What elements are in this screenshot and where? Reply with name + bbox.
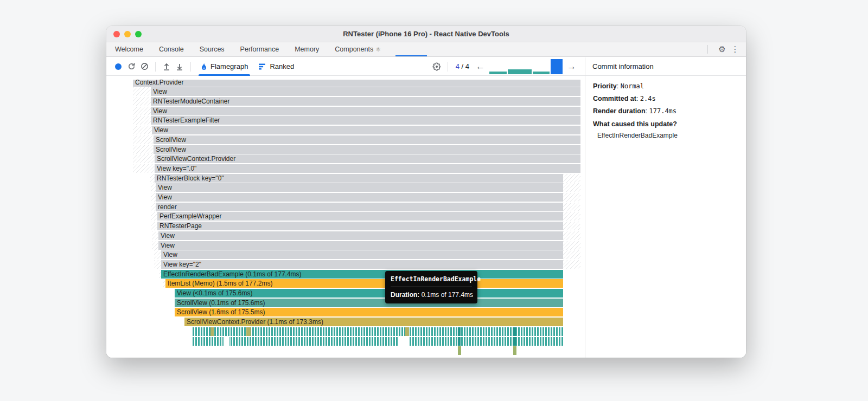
hatch-pattern [151, 212, 157, 221]
update-cause-item[interactable]: EffectInRenderBadExample [597, 132, 738, 139]
hatch-pattern [563, 203, 580, 211]
flame-bar[interactable]: RNTesterExampleFilter [151, 116, 580, 125]
commit-bar-3[interactable] [533, 72, 550, 74]
reload-icon [127, 62, 136, 70]
flame-bar[interactable]: ScrollView (0.1ms of 175.6ms) [175, 299, 563, 307]
flamegraph-tab-label: Flamegraph [210, 62, 248, 70]
hatch-pattern [151, 193, 156, 202]
flame-bar[interactable]: View key=".0" [155, 164, 580, 173]
hatch-pattern [133, 154, 155, 163]
tab-performance[interactable]: Performance [239, 42, 280, 56]
hatch-pattern [133, 164, 155, 173]
devtools-window: RNTester (iPhone 16 Pro) - React Native … [106, 26, 746, 358]
flame-bar[interactable]: View [158, 241, 563, 250]
commit-selector[interactable] [489, 59, 563, 74]
flame-tick-row[interactable] [193, 327, 563, 336]
settings-icon[interactable]: ⚙ [716, 44, 729, 54]
commit-information-panel: Priority: Normal Committed at: 2.4s Rend… [585, 76, 746, 358]
tab-label: Performance [240, 46, 279, 53]
flame-bar-small[interactable] [513, 327, 516, 336]
tick-gap [398, 337, 410, 346]
flame-bar[interactable]: View [156, 183, 563, 192]
flame-bar-small[interactable] [513, 346, 516, 355]
hatch-pattern [563, 222, 580, 230]
hatch-pattern [563, 231, 580, 240]
flame-bar-small[interactable] [210, 327, 214, 336]
tab-label: Components [335, 46, 373, 53]
flame-bar[interactable]: RNTesterPage [157, 222, 563, 230]
tooltip-component-name: EffectInRenderBadExample [391, 275, 472, 287]
flame-bar[interactable]: View [152, 126, 580, 134]
save-profile-button[interactable] [173, 60, 186, 73]
profiler-settings-button[interactable] [430, 60, 443, 73]
tab-sources[interactable]: Sources [199, 42, 226, 56]
flame-bar[interactable]: ScrollViewContext.Provider [155, 154, 580, 163]
hatch-pattern [154, 260, 161, 269]
tab-flamegraph[interactable]: Flamegraph [195, 57, 253, 76]
flame-bar[interactable]: View (<0.1ms of 175.6ms) [175, 289, 563, 297]
what-caused-update-label: What caused this update? [593, 120, 738, 128]
flame-bar[interactable]: View [156, 193, 563, 202]
tab-welcome[interactable]: Welcome [114, 42, 144, 56]
flame-bar[interactable]: View [161, 250, 563, 259]
commit-bar-1[interactable] [489, 72, 507, 74]
minimize-window-button[interactable] [124, 31, 131, 37]
flame-bar[interactable]: EffectInRenderBadExample (0.1ms of 177.4… [161, 270, 563, 279]
flame-bar[interactable]: ScrollViewContext.Provider (1.1ms of 173… [184, 318, 563, 326]
flame-bar[interactable]: View [158, 231, 563, 240]
hatch-pattern [151, 222, 157, 230]
hatch-pattern [563, 260, 580, 269]
flame-bar[interactable]: View key="2" [161, 260, 563, 269]
hatch-pattern [563, 212, 580, 221]
flame-bar-small[interactable] [458, 346, 461, 355]
toolbar-divider [190, 62, 191, 72]
flame-tick-row[interactable] [193, 337, 563, 346]
flame-bar-small[interactable] [405, 327, 409, 336]
flame-bar[interactable]: Context.Provider [133, 80, 580, 87]
record-button[interactable] [112, 60, 125, 73]
tab-memory[interactable]: Memory [293, 42, 320, 56]
flame-bar[interactable]: RNTesterModuleContainer [151, 97, 580, 106]
tab-profiler-selected[interactable] [395, 42, 427, 56]
hatch-pattern [563, 250, 580, 259]
flame-bar[interactable]: RNTesterBlock key="0" [155, 174, 563, 183]
tab-ranked[interactable]: Ranked [253, 57, 299, 76]
window-title: RNTester (iPhone 16 Pro) - React Native … [106, 26, 746, 42]
flame-bar[interactable]: View [151, 87, 580, 96]
flame-bar[interactable]: PerfExampleWrapper [157, 212, 563, 221]
render-duration-field: Render duration: 177.4ms [593, 107, 738, 115]
record-icon [115, 63, 122, 70]
hatch-pattern [151, 183, 156, 192]
commit-counter: 4 / 4 [456, 62, 469, 70]
flame-bar-small[interactable] [458, 337, 461, 346]
gear-icon [432, 62, 441, 71]
previous-commit-button[interactable]: ← [473, 61, 488, 72]
hatch-pattern [563, 183, 580, 192]
flame-bar[interactable]: ScrollView (1.6ms of 175.5ms) [175, 308, 563, 316]
flame-bar[interactable]: ScrollView [154, 135, 580, 144]
window-titlebar: RNTester (iPhone 16 Pro) - React Native … [106, 26, 746, 42]
next-commit-button[interactable]: → [564, 61, 579, 72]
flame-bar-small[interactable] [513, 337, 516, 346]
flame-bar[interactable]: render [156, 203, 563, 211]
download-icon [175, 62, 184, 71]
zoom-window-button[interactable] [135, 31, 142, 37]
close-window-button[interactable] [113, 31, 120, 37]
tab-components[interactable]: Components⚛ [334, 42, 382, 56]
tab-console[interactable]: Console [158, 42, 185, 56]
reload-and-profile-button[interactable] [125, 60, 138, 73]
more-menu-icon[interactable]: ⋮ [729, 44, 742, 54]
commit-bar-2[interactable] [508, 69, 532, 74]
flame-bar[interactable]: ItemList (Memo) (1.5ms of 177.2ms) [165, 279, 563, 288]
commit-bar-4-selected[interactable] [551, 59, 563, 74]
ranked-bars-icon [259, 63, 266, 70]
profiler-panel: Flamegraph Ranked 4 / [106, 57, 746, 358]
flame-bar[interactable]: ScrollView [154, 145, 580, 154]
toolbar-divider [448, 62, 448, 72]
load-profile-button[interactable] [160, 60, 173, 73]
flame-bar-small[interactable] [246, 327, 251, 336]
flame-bar[interactable]: View [151, 107, 580, 115]
flame-bar-small[interactable] [458, 327, 461, 336]
hatch-pattern [563, 241, 580, 250]
clear-profiling-button[interactable] [138, 60, 151, 73]
